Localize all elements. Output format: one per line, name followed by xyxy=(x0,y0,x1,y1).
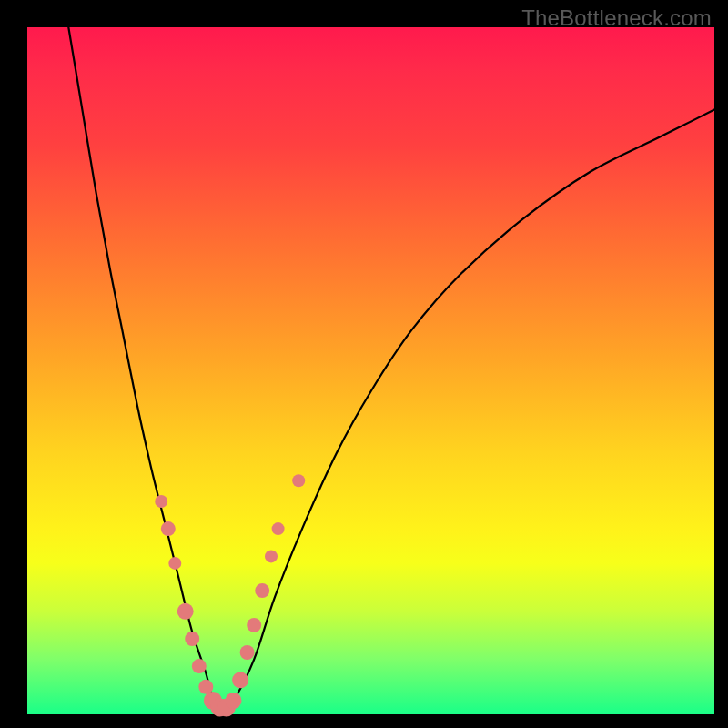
dot xyxy=(247,618,261,632)
dot xyxy=(185,632,199,646)
dot xyxy=(255,583,269,598)
dot xyxy=(177,603,194,620)
dot xyxy=(226,693,242,709)
dot xyxy=(265,550,278,562)
plot-area xyxy=(27,27,714,714)
bottleneck-curve xyxy=(68,27,714,714)
dot xyxy=(272,522,285,535)
dot xyxy=(192,659,207,673)
dot xyxy=(168,557,181,570)
curve-layer xyxy=(27,27,714,714)
dot xyxy=(155,495,167,508)
highlight-dots xyxy=(155,474,305,716)
dot xyxy=(292,474,305,487)
chart-frame: TheBottleneck.com xyxy=(0,0,728,728)
dot xyxy=(240,645,255,660)
dot xyxy=(161,521,176,536)
dot xyxy=(232,672,248,688)
